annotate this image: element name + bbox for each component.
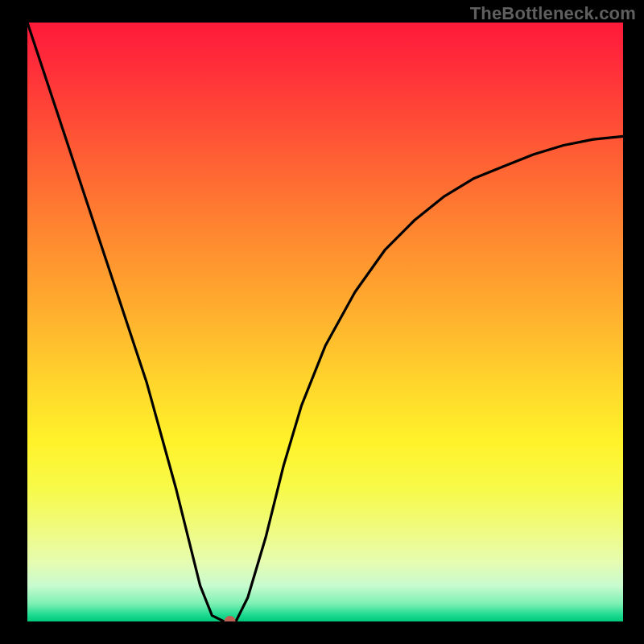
curve-svg	[27, 23, 623, 621]
chart-frame: TheBottleneck.com	[0, 0, 644, 644]
plot-area	[27, 23, 623, 621]
watermark-text: TheBottleneck.com	[470, 3, 636, 24]
bottleneck-curve	[27, 23, 623, 621]
optimum-marker	[225, 616, 236, 621]
